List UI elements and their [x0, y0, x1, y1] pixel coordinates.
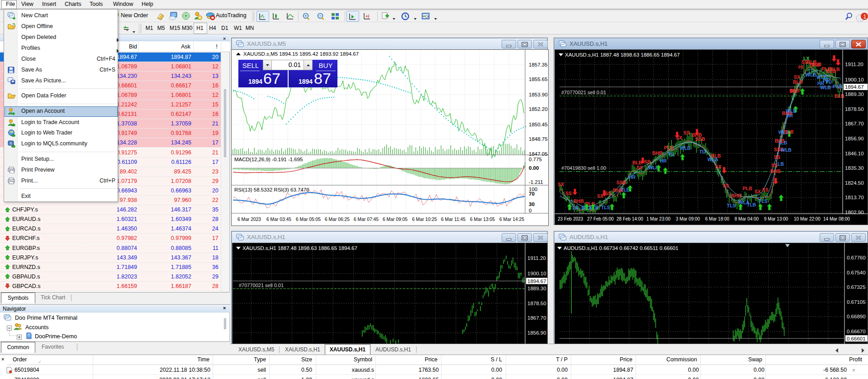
- svg-text:6 Mar 14:25: 6 Mar 14:25: [499, 217, 524, 222]
- svg-text:SS: SS: [771, 163, 778, 168]
- svg-text:3 Mar 09:00: 3 Mar 09:00: [676, 216, 700, 221]
- svg-text:0.66890: 0.66890: [847, 314, 866, 319]
- svg-text:HR: HR: [823, 77, 830, 83]
- svg-text:6 Mar 07:45: 6 Mar 07:45: [354, 217, 379, 222]
- svg-text:SLB: SLB: [812, 62, 821, 67]
- svg-text:SS: SS: [683, 130, 690, 135]
- svg-text:0.67760: 0.67760: [847, 255, 866, 260]
- svg-text:BLB: BLB: [835, 93, 844, 99]
- svg-text:6 Mar 18:00: 6 Mar 18:00: [705, 216, 730, 221]
- svg-text:SS: SS: [723, 183, 729, 188]
- svg-text:TLS: TLS: [601, 205, 610, 210]
- svg-text:BLB: BLB: [830, 67, 840, 72]
- svg-text:1856.90: 1856.90: [845, 136, 864, 141]
- svg-text:1 Mar 23:00: 1 Mar 23:00: [646, 216, 671, 221]
- svg-text:SX: SX: [558, 182, 564, 187]
- svg-text:0.67325: 0.67325: [847, 284, 866, 290]
- svg-text:1900.10: 1900.10: [527, 271, 546, 276]
- svg-text:70: 70: [529, 191, 535, 197]
- svg-text:TU: TU: [699, 149, 706, 154]
- svg-text:WLB: WLB: [781, 147, 792, 153]
- svg-text:BHB: BHB: [770, 168, 781, 174]
- svg-text:HI: HI: [798, 64, 803, 70]
- svg-text:WLB: WLB: [806, 72, 816, 77]
- svg-text:6 Mar 13:05: 6 Mar 13:05: [470, 217, 495, 222]
- svg-text:1900.10: 1900.10: [845, 77, 864, 82]
- svg-text:1852.20: 1852.20: [529, 106, 548, 112]
- svg-text:1847.05: 1847.05: [529, 151, 548, 157]
- svg-text:1850.45: 1850.45: [529, 122, 548, 127]
- svg-text:SX: SX: [754, 189, 761, 194]
- svg-text:1855.65: 1855.65: [529, 77, 548, 82]
- svg-text:9 Mar 13:00: 9 Mar 13:00: [764, 216, 788, 221]
- svg-text:SSB: SSB: [617, 180, 626, 185]
- svg-text:1911.20: 1911.20: [527, 255, 546, 261]
- svg-text:BLB: BLB: [711, 153, 721, 158]
- svg-text:23 Feb 2023: 23 Feb 2023: [558, 216, 583, 221]
- svg-text:0.00: 0.00: [529, 165, 539, 171]
- svg-text:1867.70: 1867.70: [845, 121, 864, 126]
- svg-text:TLS: TLS: [759, 198, 768, 204]
- svg-text:WLB: WLB: [820, 85, 831, 90]
- svg-text:SS: SS: [774, 154, 780, 160]
- svg-text:WLB: WLB: [680, 145, 691, 151]
- svg-text:PLB: PLB: [664, 145, 674, 150]
- svg-text:BLB: BLB: [793, 79, 803, 85]
- svg-text:SS: SS: [565, 191, 572, 196]
- svg-text:1911.20: 1911.20: [845, 62, 863, 67]
- svg-text:RSI(13) 58.5332 RSI(3) 63.747: RSI(13) 58.5332 RSI(3) 63.7470: [234, 187, 309, 192]
- svg-text:28 Feb 14:00: 28 Feb 14:00: [617, 216, 643, 221]
- svg-text:SS: SS: [789, 88, 796, 94]
- svg-text:6 Mar 2023: 6 Mar 2023: [237, 217, 261, 222]
- svg-text:1802.90: 1802.90: [845, 210, 864, 215]
- svg-text:TLS: TLS: [727, 203, 736, 208]
- svg-text:1853.90: 1853.90: [529, 92, 548, 97]
- svg-text:1889.30: 1889.30: [845, 91, 864, 97]
- svg-text:1857.35: 1857.35: [529, 62, 548, 67]
- svg-text:30: 30: [529, 201, 535, 207]
- svg-text:TLB: TLB: [747, 202, 756, 207]
- svg-text:10 Mar 22:00: 10 Mar 22:00: [794, 216, 821, 221]
- svg-text:HR: HR: [629, 174, 636, 180]
- svg-text:SS: SS: [644, 159, 650, 164]
- svg-text:6 Mar 09:05: 6 Mar 09:05: [383, 217, 408, 222]
- svg-text:1889.30: 1889.30: [527, 286, 546, 291]
- svg-text:LB: LB: [778, 161, 784, 167]
- svg-text:TU: TU: [668, 152, 674, 157]
- svg-text:BHB: BHB: [652, 150, 663, 156]
- svg-text:-1.211: -1.211: [529, 179, 543, 185]
- svg-text:BLB: BLB: [784, 129, 794, 134]
- svg-text:0.67540: 0.67540: [847, 270, 866, 275]
- svg-text:27 Feb 05:00: 27 Feb 05:00: [587, 216, 614, 221]
- svg-text:1894.67: 1894.67: [845, 84, 864, 90]
- svg-text:#70770021 sell 0.01: #70770021 sell 0.01: [561, 90, 606, 95]
- svg-text:S: S: [9, 141, 12, 145]
- svg-text:0.66601: 0.66601: [847, 336, 866, 341]
- svg-text:HR: HR: [660, 158, 667, 163]
- svg-text:SS: SS: [762, 187, 768, 192]
- svg-text:8 Mar 04:00: 8 Mar 04:00: [735, 216, 759, 221]
- svg-text:1878.50: 1878.50: [845, 106, 864, 112]
- svg-text:#70419830 sell 1.00: #70419830 sell 1.00: [561, 165, 606, 171]
- svg-text:SX: SX: [715, 164, 721, 169]
- svg-text:1894.67: 1894.67: [527, 278, 546, 284]
- svg-text:6 Mar 06:25: 6 Mar 06:25: [325, 217, 350, 222]
- svg-text:1813.70: 1813.70: [845, 195, 864, 200]
- svg-text:0.775: 0.775: [529, 157, 542, 162]
- svg-text:BLB: BLB: [775, 138, 785, 144]
- svg-text:#70770021 sell 0.01: #70770021 sell 0.01: [239, 283, 284, 288]
- svg-text:6 Mar 11:45: 6 Mar 11:45: [441, 217, 465, 222]
- svg-text:AUDUSD.s,H1 0.66734 0.66742 0: AUDUSD.s,H1 0.66734 0.66742 0.66511 0.66…: [564, 245, 678, 251]
- svg-text:WLB: WLB: [786, 108, 797, 114]
- svg-text:XAUUSD.s,M5 1894.15 1895.42 1: XAUUSD.s,M5 1894.15 1895.42 1893.92 1894…: [243, 51, 359, 57]
- svg-text:SS: SS: [605, 191, 611, 196]
- svg-text:BHB: BHB: [574, 198, 584, 204]
- svg-text:XAUUSD.s,H1 1887.48 1898.63 1: XAUUSD.s,H1 1887.48 1898.63 1886.65 1894…: [242, 245, 357, 251]
- svg-text:XAUUSD.s,H1 1887.48 1898.63 1: XAUUSD.s,H1 1887.48 1898.63 1886.65 1894…: [565, 52, 680, 58]
- svg-text:1824.50: 1824.50: [845, 180, 864, 186]
- svg-text:1835.30: 1835.30: [845, 165, 864, 171]
- svg-text:1867.70: 1867.70: [527, 315, 546, 321]
- svg-text:BHB: BHB: [731, 193, 741, 198]
- svg-text:0.67105: 0.67105: [847, 299, 866, 305]
- svg-text:SX: SX: [636, 165, 643, 170]
